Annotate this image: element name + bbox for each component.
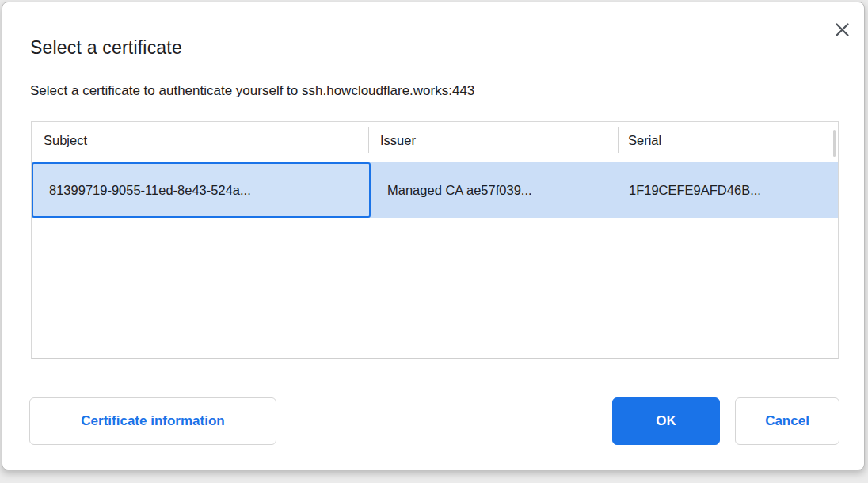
certificate-information-button[interactable]: Certificate information — [29, 397, 276, 445]
certificate-table: Subject Issuer Serial 81399719-9055-11ed… — [31, 121, 839, 359]
cell-subject[interactable]: 81399719-9055-11ed-8e43-524a... — [32, 162, 371, 218]
table-header-row: Subject Issuer Serial — [32, 122, 838, 158]
column-divider — [618, 127, 619, 153]
cell-issuer[interactable]: Managed CA ae57f039... — [387, 162, 532, 218]
dialog-title: Select a certificate — [30, 37, 182, 59]
column-divider — [368, 127, 369, 153]
select-certificate-dialog: Select a certificate Select a certificat… — [2, 2, 865, 470]
scrollbar-thumb[interactable] — [833, 130, 836, 157]
ok-button[interactable]: OK — [612, 397, 720, 445]
cancel-button[interactable]: Cancel — [735, 397, 839, 445]
close-button[interactable] — [829, 17, 855, 42]
close-icon — [835, 22, 850, 37]
column-header-issuer[interactable]: Issuer — [380, 133, 416, 148]
column-header-subject[interactable]: Subject — [44, 133, 87, 148]
cell-serial[interactable]: 1F19CEFE9AFD46B... — [629, 162, 761, 218]
certificate-row-selected[interactable]: 81399719-9055-11ed-8e43-524a... Managed … — [32, 162, 838, 218]
column-header-serial[interactable]: Serial — [628, 133, 661, 148]
dialog-subtitle: Select a certificate to authenticate you… — [30, 83, 474, 99]
